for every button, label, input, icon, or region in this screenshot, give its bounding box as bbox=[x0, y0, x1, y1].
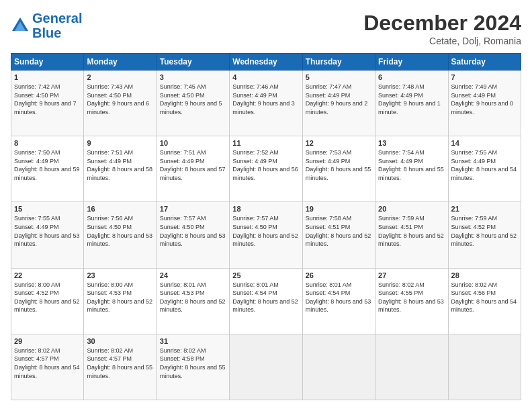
cell-info: Sunrise: 7:43 AM Sunset: 4:50 PM Dayligh… bbox=[87, 83, 153, 116]
calendar-header-row: Sunday Monday Tuesday Wednesday Thursday… bbox=[11, 54, 521, 71]
sunset-text: Sunset: 4:50 PM bbox=[14, 92, 59, 99]
daylight-text: Daylight: 8 hours and 52 minutes. bbox=[14, 298, 80, 314]
table-row: 16 Sunrise: 7:56 AM Sunset: 4:50 PM Dayl… bbox=[84, 202, 157, 268]
daylight-text: Daylight: 8 hours and 53 minutes. bbox=[14, 232, 80, 248]
cell-info: Sunrise: 7:58 AM Sunset: 4:51 PM Dayligh… bbox=[306, 214, 372, 248]
sunrise-text: Sunrise: 7:45 AM bbox=[160, 83, 206, 90]
table-row: 22 Sunrise: 8:00 AM Sunset: 4:52 PM Dayl… bbox=[11, 268, 84, 334]
sunrise-text: Sunrise: 7:48 AM bbox=[378, 83, 425, 90]
day-number: 2 bbox=[87, 73, 153, 81]
table-row: 8 Sunrise: 7:50 AM Sunset: 4:49 PM Dayli… bbox=[11, 136, 84, 202]
sunset-text: Sunset: 4:54 PM bbox=[232, 289, 277, 296]
table-row: 27 Sunrise: 8:02 AM Sunset: 4:55 PM Dayl… bbox=[375, 268, 448, 334]
daylight-text: Daylight: 8 hours and 52 minutes. bbox=[87, 298, 152, 314]
table-row: 20 Sunrise: 7:59 AM Sunset: 4:51 PM Dayl… bbox=[375, 202, 448, 268]
day-number: 15 bbox=[14, 205, 81, 213]
cell-info: Sunrise: 8:02 AM Sunset: 4:55 PM Dayligh… bbox=[378, 281, 445, 314]
cell-info: Sunrise: 7:59 AM Sunset: 4:52 PM Dayligh… bbox=[451, 214, 518, 248]
table-row: 31 Sunrise: 8:02 AM Sunset: 4:58 PM Dayl… bbox=[157, 334, 229, 400]
sunrise-text: Sunrise: 7:46 AM bbox=[232, 83, 279, 90]
col-friday: Friday bbox=[375, 54, 448, 71]
sunrise-text: Sunrise: 7:59 AM bbox=[451, 215, 498, 222]
table-row: 2 Sunrise: 7:43 AM Sunset: 4:50 PM Dayli… bbox=[84, 71, 157, 136]
sunset-text: Sunset: 4:49 PM bbox=[232, 158, 277, 165]
cell-info: Sunrise: 7:53 AM Sunset: 4:49 PM Dayligh… bbox=[306, 148, 372, 182]
title-area: December 2024 Cetate, Dolj, Romania bbox=[363, 11, 521, 46]
sunrise-text: Sunrise: 8:02 AM bbox=[378, 281, 425, 288]
sunset-text: Sunset: 4:58 PM bbox=[160, 355, 205, 362]
day-number: 28 bbox=[451, 271, 518, 279]
daylight-text: Daylight: 8 hours and 55 minutes. bbox=[160, 364, 226, 379]
day-number: 20 bbox=[378, 205, 445, 213]
day-number: 9 bbox=[87, 139, 153, 147]
table-row: 26 Sunrise: 8:01 AM Sunset: 4:54 PM Dayl… bbox=[302, 268, 375, 334]
sunset-text: Sunset: 4:49 PM bbox=[378, 158, 423, 165]
daylight-text: Daylight: 8 hours and 52 minutes. bbox=[232, 298, 298, 314]
sunset-text: Sunset: 4:52 PM bbox=[14, 289, 59, 296]
logo-text: General Blue bbox=[32, 11, 82, 40]
daylight-text: Daylight: 9 hours and 0 minutes. bbox=[451, 100, 514, 116]
logo-line2: Blue bbox=[32, 26, 61, 40]
cell-info: Sunrise: 7:57 AM Sunset: 4:50 PM Dayligh… bbox=[232, 214, 299, 248]
sunrise-text: Sunrise: 7:58 AM bbox=[306, 215, 352, 222]
daylight-text: Daylight: 9 hours and 3 minutes. bbox=[232, 100, 295, 116]
day-number: 1 bbox=[14, 73, 81, 81]
sunrise-text: Sunrise: 8:01 AM bbox=[306, 281, 352, 288]
day-number: 16 bbox=[87, 205, 153, 213]
day-number: 30 bbox=[87, 337, 153, 345]
table-row bbox=[448, 334, 521, 400]
daylight-text: Daylight: 8 hours and 52 minutes. bbox=[306, 232, 371, 248]
sunset-text: Sunset: 4:50 PM bbox=[232, 224, 277, 230]
daylight-text: Daylight: 8 hours and 52 minutes. bbox=[451, 232, 517, 248]
day-number: 18 bbox=[232, 205, 299, 213]
table-row: 3 Sunrise: 7:45 AM Sunset: 4:50 PM Dayli… bbox=[157, 71, 229, 136]
day-number: 19 bbox=[306, 205, 372, 213]
sunset-text: Sunset: 4:50 PM bbox=[87, 224, 132, 230]
cell-info: Sunrise: 7:54 AM Sunset: 4:49 PM Dayligh… bbox=[378, 148, 445, 182]
page: General Blue December 2024 Cetate, Dolj,… bbox=[0, 0, 532, 411]
sunrise-text: Sunrise: 8:02 AM bbox=[160, 347, 206, 354]
cell-info: Sunrise: 7:57 AM Sunset: 4:50 PM Dayligh… bbox=[160, 214, 226, 248]
daylight-text: Daylight: 8 hours and 58 minutes. bbox=[87, 166, 152, 181]
sunset-text: Sunset: 4:52 PM bbox=[451, 224, 496, 230]
sunset-text: Sunset: 4:51 PM bbox=[306, 224, 351, 230]
daylight-text: Daylight: 8 hours and 53 minutes. bbox=[378, 298, 444, 314]
sunrise-text: Sunrise: 8:02 AM bbox=[87, 347, 133, 354]
cell-info: Sunrise: 7:51 AM Sunset: 4:49 PM Dayligh… bbox=[87, 148, 153, 182]
day-number: 25 bbox=[232, 271, 299, 279]
col-sunday: Sunday bbox=[11, 54, 84, 71]
sunset-text: Sunset: 4:49 PM bbox=[160, 158, 205, 165]
daylight-text: Daylight: 8 hours and 55 minutes. bbox=[306, 166, 371, 181]
col-monday: Monday bbox=[84, 54, 157, 71]
table-row: 28 Sunrise: 8:02 AM Sunset: 4:56 PM Dayl… bbox=[448, 268, 521, 334]
table-row: 5 Sunrise: 7:47 AM Sunset: 4:49 PM Dayli… bbox=[302, 71, 375, 136]
sunrise-text: Sunrise: 7:57 AM bbox=[160, 215, 206, 222]
calendar-table: Sunday Monday Tuesday Wednesday Thursday… bbox=[11, 53, 521, 400]
sunset-text: Sunset: 4:49 PM bbox=[378, 92, 423, 99]
day-number: 7 bbox=[451, 73, 518, 81]
sunset-text: Sunset: 4:57 PM bbox=[14, 355, 59, 362]
cell-info: Sunrise: 7:48 AM Sunset: 4:49 PM Dayligh… bbox=[378, 83, 445, 116]
day-number: 22 bbox=[14, 271, 81, 279]
sunrise-text: Sunrise: 8:02 AM bbox=[451, 281, 498, 288]
day-number: 26 bbox=[306, 271, 372, 279]
daylight-text: Daylight: 8 hours and 52 minutes. bbox=[232, 232, 298, 248]
sunset-text: Sunset: 4:49 PM bbox=[451, 92, 496, 99]
sunrise-text: Sunrise: 7:43 AM bbox=[87, 83, 133, 90]
table-row: 19 Sunrise: 7:58 AM Sunset: 4:51 PM Dayl… bbox=[302, 202, 375, 268]
daylight-text: Daylight: 8 hours and 54 minutes. bbox=[451, 166, 517, 181]
table-row: 21 Sunrise: 7:59 AM Sunset: 4:52 PM Dayl… bbox=[448, 202, 521, 268]
daylight-text: Daylight: 8 hours and 53 minutes. bbox=[160, 232, 226, 248]
sunrise-text: Sunrise: 7:55 AM bbox=[14, 215, 60, 222]
day-number: 10 bbox=[160, 139, 226, 147]
sunrise-text: Sunrise: 7:50 AM bbox=[14, 149, 60, 156]
sunset-text: Sunset: 4:53 PM bbox=[87, 289, 132, 296]
table-row: 11 Sunrise: 7:52 AM Sunset: 4:49 PM Dayl… bbox=[230, 136, 302, 202]
location: Cetate, Dolj, Romania bbox=[363, 36, 521, 46]
day-number: 17 bbox=[160, 205, 226, 213]
daylight-text: Daylight: 8 hours and 59 minutes. bbox=[14, 166, 80, 181]
daylight-text: Daylight: 8 hours and 57 minutes. bbox=[160, 166, 226, 181]
table-row: 6 Sunrise: 7:48 AM Sunset: 4:49 PM Dayli… bbox=[375, 71, 448, 136]
day-number: 31 bbox=[160, 337, 226, 345]
sunrise-text: Sunrise: 8:01 AM bbox=[160, 281, 206, 288]
